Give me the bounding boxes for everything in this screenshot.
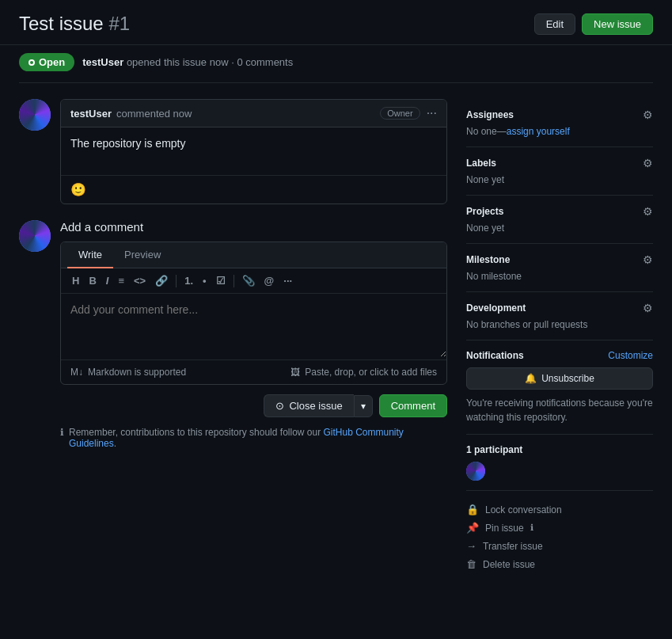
toolbar-code-btn[interactable]: <> [131,273,149,288]
edit-button[interactable]: Edit [534,13,575,35]
close-issue-label: Close issue [289,400,342,412]
development-section: Development ⚙ No branches or pull reques… [466,292,653,340]
notifications-header: Notifications Customize [466,350,653,361]
write-tab[interactable]: Write [67,242,113,268]
status-time: now [210,56,229,68]
toolbar-link-btn[interactable]: 🔗 [152,273,171,288]
pin-issue-link[interactable]: 📌 Pin issue ℹ [466,519,653,537]
attach-icon: 🖼 [290,367,300,378]
toolbar-bold-btn[interactable]: B [85,273,99,288]
delete-issue-link[interactable]: 🗑 Delete issue [466,555,653,573]
projects-value: None yet [466,223,653,234]
info-text: Remember, contributions to this reposito… [69,427,447,449]
comment-header-left: testUser commented now [70,108,192,120]
toolbar-unordered-list-btn[interactable]: • [199,273,210,288]
emoji-button[interactable]: 🙂 [70,183,86,196]
notifications-section: Notifications Customize 🔔 Unsubscribe Yo… [466,340,653,435]
comment-more-button[interactable]: ··· [427,106,437,120]
unsubscribe-button[interactable]: 🔔 Unsubscribe [466,367,653,390]
pin-icon: 📌 [466,522,479,534]
add-comment-label: Add a comment [60,220,447,234]
comment-textarea[interactable] [61,294,446,357]
status-user-link[interactable]: testUser [82,56,123,68]
status-comments: 0 comments [237,56,293,68]
assignees-gear-button[interactable]: ⚙ [643,108,653,121]
comment-editor: Write Preview H B I ≡ <> 🔗 1. • ☑ [60,242,447,385]
transfer-icon: → [466,540,476,552]
labels-gear-button[interactable]: ⚙ [643,157,653,169]
page-header: Test issue #1 Edit New issue [0,0,672,45]
comment-header-right: Owner ··· [380,106,437,120]
issue-number: #1 [108,13,130,34]
toolbar-more-btn[interactable]: ··· [280,273,295,288]
transfer-issue-link[interactable]: → Transfer issue [466,537,653,555]
close-issue-icon: ⊙ [275,400,284,412]
milestone-gear-button[interactable]: ⚙ [643,253,653,266]
milestone-header: Milestone ⚙ [466,253,653,266]
development-gear-button[interactable]: ⚙ [643,302,653,314]
preview-tab[interactable]: Preview [113,242,172,268]
status-meta: testUser opened this issue now · 0 comme… [82,56,293,68]
comment-submit-button[interactable]: Comment [379,394,447,417]
comment-footer: 🙂 [61,175,446,203]
editor-toolbar: H B I ≡ <> 🔗 1. • ☑ 📎 @ ··· [61,268,446,294]
labels-section: Labels ⚙ None yet [466,147,653,196]
no-assignee-text: No one— [466,126,507,137]
markdown-icon: M↓ [70,367,83,378]
projects-gear-button[interactable]: ⚙ [643,205,653,218]
add-comment-avatar-image [19,220,51,252]
owner-badge: Owner [380,107,420,120]
markdown-label: Markdown is supported [88,367,186,378]
participant-avatar-image-1 [466,462,485,481]
labels-title: Labels [466,158,496,169]
milestone-title: Milestone [466,254,510,265]
issue-title-text: Test issue [19,13,104,34]
close-issue-dropdown-button[interactable]: ▾ [354,395,373,417]
participants-section: 1 participant [466,435,653,491]
toolbar-quote-btn[interactable]: ≡ [115,273,127,288]
status-bar: Open testUser opened this issue now · 0 … [0,45,672,82]
milestone-value: No milestone [466,271,653,282]
editor-bottom-right[interactable]: 🖼 Paste, drop, or click to add files [290,367,437,378]
toolbar-separator-2 [233,275,234,287]
assignees-section: Assignees ⚙ No one—assign yourself [466,99,653,147]
toolbar-separator-1 [176,275,177,287]
comment-header: testUser commented now Owner ··· [61,100,446,127]
assign-yourself-link[interactable]: assign yourself [507,126,570,137]
info-text-content: Remember, contributions to this reposito… [69,427,321,438]
toolbar-task-list-btn[interactable]: ☑ [213,273,229,288]
editor-bottom-left: M↓ Markdown is supported [70,367,186,378]
issue-title: Test issue #1 [19,13,130,35]
participants-title: 1 participant [466,444,653,455]
open-badge-label: Open [39,56,65,68]
status-action: opened this issue [127,56,207,68]
comment-thread: testUser commented now Owner ··· The rep… [19,99,447,204]
unsubscribe-label: Unsubscribe [541,373,594,384]
close-issue-button[interactable]: ⊙ Close issue [264,394,353,417]
toolbar-heading-btn[interactable]: H [69,273,82,288]
toolbar-attach-btn[interactable]: 📎 [239,273,258,288]
lock-conversation-link[interactable]: 🔒 Lock conversation [466,500,653,519]
participant-avatar-1[interactable] [466,462,485,481]
development-header: Development ⚙ [466,302,653,314]
toolbar-ordered-list-btn[interactable]: 1. [181,273,196,288]
add-comment-section: Add a comment Write Preview H B I ≡ <> � [19,220,447,449]
projects-header: Projects ⚙ [466,205,653,218]
comment-time: commented now [116,108,192,120]
header-left: Test issue #1 [19,13,130,35]
milestone-section: Milestone ⚙ No milestone [466,244,653,292]
add-comment-inner: Add a comment Write Preview H B I ≡ <> � [60,220,447,449]
assignees-value: No one—assign yourself [466,126,653,137]
toolbar-mention-btn[interactable]: @ [261,273,278,288]
new-issue-button[interactable]: New issue [582,13,653,35]
comment-author-name: testUser [70,108,112,120]
comment-body: The repository is empty [61,127,446,175]
pin-issue-label: Pin issue [485,523,524,534]
customize-link[interactable]: Customize [608,350,653,361]
toolbar-italic-btn[interactable]: I [103,273,112,288]
comment-author-avatar [19,99,51,131]
transfer-issue-label: Transfer issue [483,541,543,552]
comment-box: testUser commented now Owner ··· The rep… [60,99,447,204]
labels-header: Labels ⚙ [466,157,653,169]
notifications-title: Notifications [466,350,524,361]
